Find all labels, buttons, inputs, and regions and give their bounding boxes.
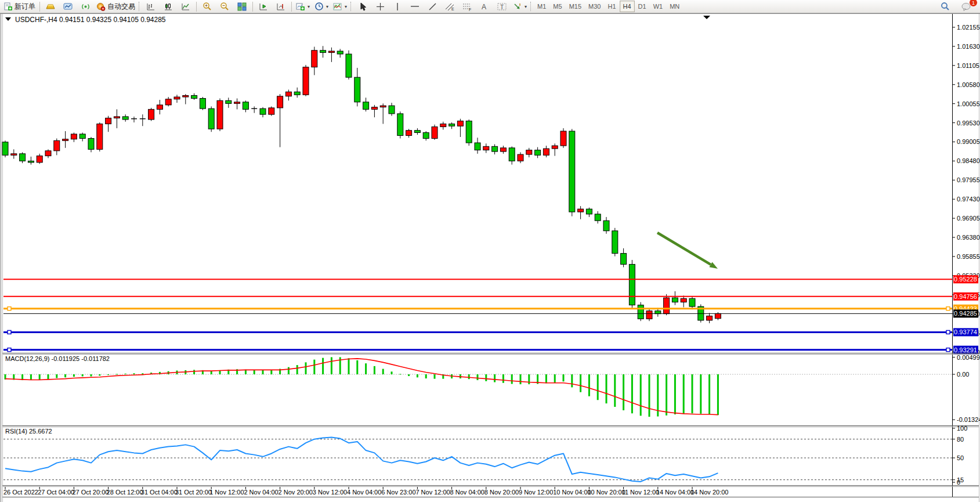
current-price-badge: 0.94285 (953, 309, 978, 317)
svg-text:6 Nov 23:00: 6 Nov 23:00 (381, 489, 415, 496)
text-label-button[interactable]: T (493, 0, 511, 13)
crosshair-button[interactable] (371, 0, 389, 13)
svg-text:0.96380: 0.96380 (957, 234, 980, 241)
vertical-line-icon (395, 2, 400, 11)
chart-shift-button[interactable] (255, 0, 272, 13)
svg-text:11 Nov 12:00: 11 Nov 12:00 (622, 489, 660, 496)
tile-windows-icon (237, 2, 247, 11)
trendline-icon (428, 2, 437, 11)
svg-text:10 Nov 20:00: 10 Nov 20:00 (587, 489, 625, 496)
zoom-out-button[interactable] (216, 0, 233, 13)
chart-shift-icon (259, 2, 268, 11)
clock-icon (314, 2, 324, 11)
timeframe-m15-button[interactable]: M15 (566, 1, 585, 12)
price-badge-resistance-1: 0.95228 (953, 275, 978, 283)
gold-button[interactable] (42, 0, 59, 13)
autotrade-icon (96, 2, 106, 11)
indicators-button[interactable]: ▾ (331, 0, 349, 13)
candlesticks-button[interactable] (160, 0, 177, 13)
auto-scroll-icon (276, 2, 285, 11)
svg-text:USDCHF-,H4 0.94151 0.94325 0.: USDCHF-,H4 0.94151 0.94325 0.94105 0.942… (15, 16, 166, 24)
zoom-in-button[interactable] (198, 0, 216, 13)
dropdown-caret-icon: ▾ (326, 4, 328, 9)
svg-text:0.93774: 0.93774 (954, 328, 977, 335)
auto-scroll-button[interactable] (272, 0, 290, 13)
gold-icon (46, 2, 55, 10)
new-order-icon (4, 2, 13, 11)
fibonacci-button[interactable]: F (458, 0, 476, 13)
svg-text:0.95228: 0.95228 (954, 276, 977, 283)
svg-text:14 Nov 04:00: 14 Nov 04:00 (656, 489, 694, 496)
cursor-button[interactable] (354, 0, 371, 13)
line-chart-icon (181, 2, 190, 11)
period-button[interactable]: ▾ (312, 0, 331, 13)
svg-text:9 Nov 12:00: 9 Nov 12:00 (519, 489, 553, 496)
timeframe-h4-button[interactable]: H4 (620, 1, 635, 12)
zoom-out-icon (220, 2, 229, 11)
new-chart-icon (296, 2, 305, 11)
bar-chart-button[interactable] (142, 0, 160, 13)
svg-text:27 Oct 04:00: 27 Oct 04:00 (38, 489, 74, 496)
search-button[interactable] (936, 0, 954, 13)
tile-windows-button[interactable] (233, 0, 251, 13)
toolbar-grip (350, 2, 353, 11)
separator (196, 2, 197, 12)
timeframe-m1-button[interactable]: M1 (534, 1, 549, 12)
chart-canvas[interactable]: USDCHF-,H4 0.94151 0.94325 0.94105 0.942… (0, 13, 980, 502)
new-order-label: 新订单 (15, 2, 35, 12)
svg-text:8 Nov 20:00: 8 Nov 20:00 (484, 489, 519, 496)
vertical-line-button[interactable] (389, 0, 406, 13)
timeframe-h1-button[interactable]: H1 (604, 1, 619, 12)
macd-label: MACD(12,26,9) -0.011925 -0.011782 (5, 355, 110, 362)
svg-text:A: A (482, 3, 486, 11)
text-button[interactable]: A (476, 0, 493, 13)
new-order-button[interactable]: 新订单 (2, 0, 38, 13)
svg-text:F: F (469, 8, 471, 11)
signals-icon (81, 2, 90, 11)
svg-text:0.97955: 0.97955 (957, 176, 980, 183)
trendline-button[interactable] (424, 0, 441, 13)
toolbar-grip (530, 2, 533, 11)
svg-text:2 Nov 20:00: 2 Nov 20:00 (279, 489, 313, 496)
svg-text:1.00055: 1.00055 (957, 100, 980, 107)
chart-title: USDCHF-,H4 0.94151 0.94325 0.94105 0.942… (5, 16, 166, 24)
arrows-button[interactable]: ▾ (511, 0, 529, 13)
timeframe-m5-button[interactable]: M5 (549, 1, 565, 12)
signals-button[interactable] (77, 0, 94, 13)
svg-text:80: 80 (957, 436, 964, 443)
svg-text:0.99530: 0.99530 (957, 120, 980, 127)
autotrade-button[interactable]: 自动交易 (94, 0, 138, 13)
zoom-in-icon (202, 2, 212, 11)
dropdown-caret-icon: ▾ (345, 4, 347, 9)
dropdown-caret-icon: ▾ (308, 4, 310, 9)
text-label-icon: T (497, 2, 507, 11)
svg-text:1.02155: 1.02155 (957, 24, 980, 31)
bar-chart-icon (146, 2, 156, 11)
timeframe-w1-button[interactable]: W1 (650, 1, 667, 12)
new-chart-button[interactable]: ▾ (294, 0, 312, 13)
svg-text:50: 50 (957, 454, 964, 461)
crosshair-icon (376, 2, 385, 11)
svg-text:10 Nov 04:00: 10 Nov 04:00 (553, 489, 591, 496)
text-icon: A (480, 2, 489, 11)
svg-text:7 Nov 12:00: 7 Nov 12:00 (415, 489, 450, 496)
charts-button[interactable] (59, 0, 77, 13)
equidistant-channel-icon: E (445, 2, 455, 11)
horizontal-line-button[interactable] (406, 0, 424, 13)
separator (291, 2, 292, 12)
timeframe-d1-button[interactable]: D1 (635, 1, 650, 12)
svg-text:0.96905: 0.96905 (957, 215, 980, 222)
timeframe-m30-button[interactable]: M30 (585, 1, 604, 12)
timeframe-mn-button[interactable]: MN (666, 1, 683, 12)
price-badge-resistance-2: 0.94756 (953, 292, 978, 301)
toolbar-grip (139, 2, 141, 11)
line-chart-button[interactable] (177, 0, 194, 13)
arrows-icon (513, 2, 522, 11)
svg-text:0: 0 (957, 479, 960, 486)
candlesticks-icon (164, 2, 173, 11)
indicators-icon (333, 2, 342, 11)
chat-button[interactable]: 1 (957, 0, 975, 13)
svg-text:0.004996: 0.004996 (957, 354, 980, 361)
equidistant-channel-button[interactable]: E (441, 0, 458, 13)
svg-text:27 Oct 20:00: 27 Oct 20:00 (72, 489, 109, 496)
